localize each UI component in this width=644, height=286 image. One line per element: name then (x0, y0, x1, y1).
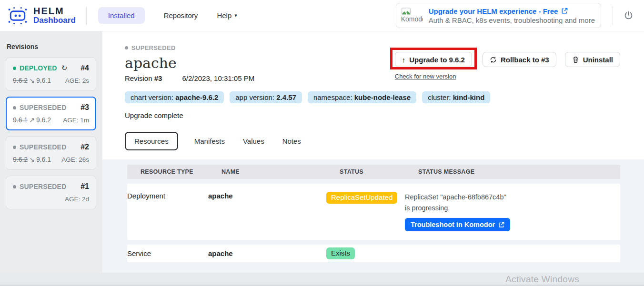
navbar-right-divider (613, 6, 613, 25)
revision-number: #3 (80, 103, 89, 112)
resource-status-cell: ReplicaSetUpdated (326, 192, 405, 204)
promo-subtitle: Auth & RBAC, k8s events, troubleshooting… (429, 16, 595, 24)
sidebar-title: Revisions (7, 43, 102, 50)
revision-card-3[interactable]: SUPERSEDED #3 9.6.1↗9.6.2 AGE: 1m (6, 97, 96, 130)
page-title: apache (125, 55, 254, 71)
status-dot (13, 106, 16, 109)
table-row-deployment: Deployment apache ReplicaSetUpdated Repl… (127, 184, 620, 240)
resources-table-header: RESOURCE TYPE NAME STATUS STATUS MESSAGE (127, 165, 620, 179)
chevron-down-icon: ▾ (234, 12, 237, 19)
col-status-message: STATUS MESSAGE (418, 168, 620, 175)
promo-title: Upgrade your HELM experience - Free (429, 7, 558, 15)
status-badge: Exists (326, 247, 355, 259)
resource-name-cell: apache (208, 249, 326, 257)
status-dot (13, 146, 16, 149)
version-change: 9.6.2↘9.6.1 (13, 77, 51, 84)
status-dot (13, 67, 16, 70)
revision-status: SUPERSEDED (13, 143, 66, 151)
komodor-promo-banner[interactable]: Komodor Upgrade your HELM experience - F… (396, 3, 601, 28)
trash-icon (572, 56, 579, 63)
revisions-sidebar: Revisions DEPLOYED ↻ #4 9.6.2↘9.6.1 AGE:… (0, 31, 102, 273)
tab-resources[interactable]: Resources (125, 132, 178, 150)
col-resource-type: RESOURCE TYPE (141, 168, 221, 175)
komodor-alt-text: Komodor (401, 15, 423, 23)
revision-number: #1 (80, 182, 89, 191)
status-dot (13, 185, 16, 188)
upgrade-arrow-icon: ↗ (29, 116, 35, 124)
version-change: 9.6.2↘9.6.1 (13, 156, 51, 163)
brand-name: HELM (33, 6, 76, 16)
revision-status: SUPERSEDED (13, 183, 66, 190)
tab-values[interactable]: Values (241, 133, 266, 149)
redeploy-icon: ↻ (61, 64, 68, 72)
external-link-icon (498, 222, 504, 228)
resource-name-cell: apache (208, 192, 326, 200)
up-arrow-icon: ↑ (402, 56, 406, 64)
status-message-cell: ReplicaSet "apache-68fb867c4b" is progre… (405, 192, 620, 231)
status-message-text: ReplicaSet "apache-68fb867c4b" is progre… (405, 192, 509, 214)
brand-subname: Dashboard (33, 16, 76, 25)
release-status: SUPERSEDED (125, 44, 254, 51)
detail-tabs: Resources Manifests Values Notes (102, 132, 644, 150)
resources-tab-content: RESOURCE TYPE NAME STATUS STATUS MESSAGE… (102, 159, 644, 273)
release-description: Upgrade complete (102, 111, 644, 119)
release-detail-panel: SUPERSEDED apache Revision #3 6/2/2023, … (102, 31, 644, 273)
release-metadata-chips: chart version: apache-9.6.2 app version:… (102, 91, 644, 103)
revision-age: AGE: 1m (63, 117, 89, 124)
bottom-strip: Activate Windows (0, 273, 644, 286)
helm-dashboard-logo[interactable]: HELM Dashboard (7, 6, 76, 25)
nav-item-help[interactable]: Help ▾ (217, 11, 237, 20)
check-new-version-link[interactable]: Check for new version (395, 73, 456, 80)
revision-number: #4 (80, 64, 89, 72)
revision-age: AGE: 2s (65, 77, 89, 84)
status-dot (125, 46, 128, 49)
revision-age: AGE: 2d (65, 196, 89, 203)
upgrade-button[interactable]: ↑ Upgrade to 9.6.2 (395, 52, 472, 67)
revision-age: AGE: 26s (61, 156, 89, 163)
resource-type-cell: Deployment (127, 192, 208, 200)
helm-robot-icon (7, 6, 29, 25)
shutdown-button[interactable] (622, 9, 635, 22)
revision-status: SUPERSEDED (13, 104, 66, 111)
nav-item-repository[interactable]: Repository (164, 11, 198, 20)
tab-notes[interactable]: Notes (281, 133, 303, 149)
cluster-chip: cluster: kind-kind (422, 91, 490, 103)
revision-card-2[interactable]: SUPERSEDED #2 9.6.2↘9.6.1 AGE: 26s (6, 136, 96, 170)
help-label: Help (217, 11, 231, 20)
revision-number: #2 (80, 143, 89, 151)
troubleshoot-komodor-button[interactable]: Troubleshoot in Komodor (405, 218, 510, 231)
release-actions: ↑ Upgrade to 9.6.2 Check for new version (395, 44, 620, 67)
revision-meta: Revision #3 (125, 74, 162, 82)
activate-windows-watermark: Activate Windows (505, 274, 579, 285)
downgrade-arrow-icon: ↘ (29, 156, 35, 163)
revision-status: DEPLOYED ↻ (13, 64, 67, 72)
downgrade-arrow-icon: ↘ (29, 77, 35, 84)
external-link-icon (561, 8, 568, 14)
top-navbar: HELM Dashboard Installed Repository Help… (0, 0, 644, 31)
tab-manifests[interactable]: Manifests (192, 133, 227, 149)
resource-status-cell: Exists (326, 247, 405, 259)
chart-version-chip: chart version: apache-9.6.2 (125, 91, 224, 103)
col-name: NAME (221, 168, 340, 175)
col-status: STATUS (340, 168, 418, 175)
komodor-broken-image: Komodor (401, 8, 423, 23)
version-change: 9.6.1↗9.6.2 (13, 116, 51, 124)
navbar-divider (86, 7, 87, 25)
nav-item-installed[interactable]: Installed (98, 7, 145, 24)
namespace-chip: namespace: kube-node-lease (308, 91, 416, 103)
resource-type-cell: Service (127, 249, 208, 257)
app-version-chip: app version: 2.4.57 (230, 91, 302, 103)
table-row-service: Service apache Exists (127, 245, 620, 262)
uninstall-button[interactable]: Uninstall (565, 52, 620, 67)
main-nav: Installed Repository Help ▾ (98, 7, 237, 24)
revision-card-1[interactable]: SUPERSEDED #1 AGE: 2d (6, 176, 96, 209)
rollback-icon (490, 56, 497, 63)
status-badge: ReplicaSetUpdated (326, 192, 397, 204)
revision-card-4[interactable]: DEPLOYED ↻ #4 9.6.2↘9.6.1 AGE: 2s (6, 57, 96, 91)
release-date: 6/2/2023, 10:31:05 PM (182, 74, 254, 82)
rollback-button[interactable]: Rollback to #3 (483, 52, 556, 67)
